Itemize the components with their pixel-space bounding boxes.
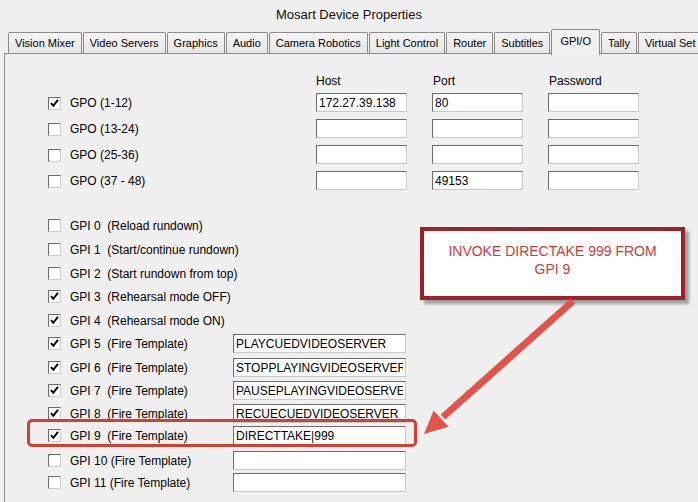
row-label: GPO (1-12)	[70, 93, 132, 113]
gpo-row-1-checkbox[interactable]	[48, 123, 61, 136]
row-label: GPI 2 (Start rundown from top)	[70, 264, 237, 284]
gpo-row-2-host-input[interactable]	[316, 145, 407, 164]
gpi-6-template-input[interactable]	[233, 358, 406, 377]
tab-tally[interactable]: Tally	[601, 32, 637, 53]
gpo-row-2-password-input[interactable]	[548, 145, 639, 164]
gpi-5-template-input[interactable]	[233, 334, 406, 353]
gpi-1-checkbox[interactable]	[48, 243, 61, 256]
checkmark-icon	[49, 385, 60, 396]
checkmark-icon	[49, 98, 60, 109]
gpi-row-9: GPI 9 (Fire Template)	[0, 426, 698, 446]
row-label: GPO (25-36)	[70, 145, 139, 165]
row-label: GPI 8 (Fire Template)	[70, 404, 188, 424]
gpi-9-checkbox[interactable]	[48, 429, 61, 442]
checkmark-icon	[49, 338, 60, 349]
row-label: GPI 4 (Rehearsal mode ON)	[70, 311, 225, 331]
tab-subtitles[interactable]: Subtitles	[494, 32, 550, 53]
password-column-header: Password	[549, 74, 602, 88]
host-column-header: Host	[316, 74, 341, 88]
gpi-8-template-input[interactable]	[233, 404, 406, 423]
annotation-callout-text: INVOKE DIRECTAKE 999 FROM GPI 9	[439, 242, 667, 278]
gpo-row-0-port-input[interactable]	[432, 93, 523, 112]
row-label: GPI 9 (Fire Template)	[70, 426, 188, 446]
gpi-row-8: GPI 8 (Fire Template)	[0, 404, 698, 424]
gpo-row-0-host-input[interactable]	[316, 93, 407, 112]
gpo-row-1-password-input[interactable]	[548, 119, 639, 138]
gpo-row-1-port-input[interactable]	[432, 119, 523, 138]
gpi-11-template-input[interactable]	[233, 473, 406, 492]
gpi-3-checkbox[interactable]	[48, 290, 61, 303]
gpi-6-checkbox[interactable]	[48, 361, 61, 374]
gpi-10-template-input[interactable]	[233, 451, 406, 470]
window-title: Mosart Device Properties	[0, 7, 698, 22]
tab-light-control[interactable]: Light Control	[369, 32, 445, 53]
gpi-10-checkbox[interactable]	[48, 454, 61, 467]
gpi-row-10: GPI 10 (Fire Template)	[0, 451, 698, 471]
row-label: GPO (37 - 48)	[70, 171, 145, 191]
gpo-row-1: GPO (13-24)	[0, 119, 698, 139]
row-label: GPI 6 (Fire Template)	[70, 358, 188, 378]
gpi-row-11: GPI 11 (Fire Template)	[0, 473, 698, 493]
row-label: GPI 0 (Reload rundown)	[70, 216, 203, 236]
checkmark-icon	[49, 430, 60, 441]
tab-gpi-o[interactable]: GPI/O	[551, 29, 600, 55]
checkmark-icon	[49, 315, 60, 326]
annotation-callout: INVOKE DIRECTAKE 999 FROM GPI 9	[420, 227, 685, 300]
row-label: GPI 10 (Fire Template)	[70, 451, 191, 471]
gpo-row-3-host-input[interactable]	[316, 171, 407, 190]
gpi-row-4: GPI 4 (Rehearsal mode ON)	[0, 311, 698, 331]
tab-camera-robotics[interactable]: Camera Robotics	[269, 32, 368, 53]
checkmark-icon	[49, 362, 60, 373]
gpo-row-0: GPO (1-12)	[0, 93, 698, 113]
row-label: GPI 1 (Start/continue rundown)	[70, 240, 239, 260]
gpi-7-template-input[interactable]	[233, 381, 406, 400]
checkmark-icon	[49, 408, 60, 419]
row-label: GPI 3 (Rehearsal mode OFF)	[70, 287, 231, 307]
gpo-row-1-host-input[interactable]	[316, 119, 407, 138]
gpo-row-3-password-input[interactable]	[548, 171, 639, 190]
tab-video-servers[interactable]: Video Servers	[83, 32, 166, 53]
tab-router[interactable]: Router	[446, 32, 493, 53]
tab-bar: Vision MixerVideo ServersGraphicsAudioCa…	[8, 32, 698, 53]
gpi-11-checkbox[interactable]	[48, 476, 61, 489]
gpi-row-6: GPI 6 (Fire Template)	[0, 358, 698, 378]
gpo-row-3-port-input[interactable]	[432, 171, 523, 190]
gpi-5-checkbox[interactable]	[48, 337, 61, 350]
tab-audio[interactable]: Audio	[226, 32, 268, 53]
checkmark-icon	[49, 291, 60, 302]
gpi-7-checkbox[interactable]	[48, 384, 61, 397]
gpi-9-template-input[interactable]	[233, 426, 406, 445]
row-label: GPO (13-24)	[70, 119, 139, 139]
gpi-2-checkbox[interactable]	[48, 267, 61, 280]
gpi-row-7: GPI 7 (Fire Template)	[0, 381, 698, 401]
row-label: GPI 7 (Fire Template)	[70, 381, 188, 401]
gpo-row-3-checkbox[interactable]	[48, 175, 61, 188]
tab-virtual-set[interactable]: Virtual Set	[638, 32, 698, 53]
gpo-row-0-password-input[interactable]	[548, 93, 639, 112]
gpo-row-2-checkbox[interactable]	[48, 149, 61, 162]
row-label: GPI 5 (Fire Template)	[70, 334, 188, 354]
port-column-header: Port	[433, 74, 455, 88]
gpi-8-checkbox[interactable]	[48, 407, 61, 420]
tab-vision-mixer[interactable]: Vision Mixer	[8, 32, 82, 53]
tab-graphics[interactable]: Graphics	[167, 32, 225, 53]
gpo-row-2: GPO (25-36)	[0, 145, 698, 165]
gpo-row-2-port-input[interactable]	[432, 145, 523, 164]
gpi-row-5: GPI 5 (Fire Template)	[0, 334, 698, 354]
gpi-0-checkbox[interactable]	[48, 219, 61, 232]
gpi-4-checkbox[interactable]	[48, 314, 61, 327]
gpo-row-3: GPO (37 - 48)	[0, 171, 698, 191]
gpo-row-0-checkbox[interactable]	[48, 97, 61, 110]
row-label: GPI 11 (Fire Template)	[70, 473, 190, 493]
